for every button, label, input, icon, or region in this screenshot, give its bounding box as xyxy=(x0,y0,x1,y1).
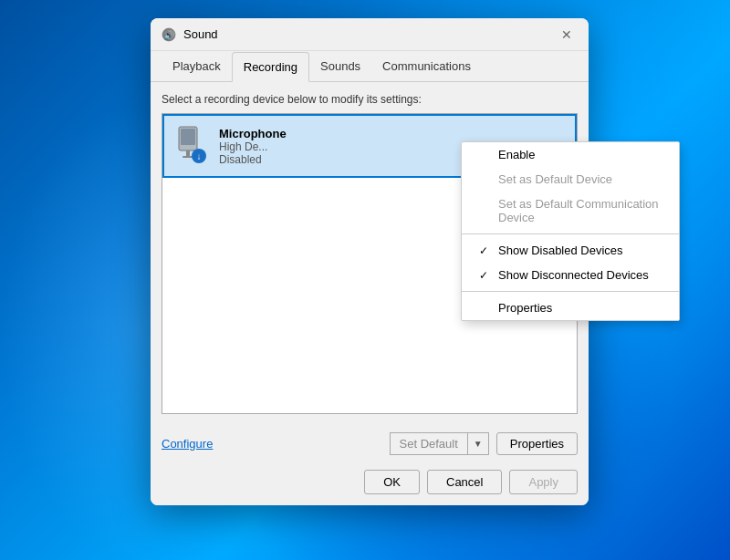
context-menu: Enable Set as Default Device Set as Defa… xyxy=(461,141,680,321)
svg-rect-3 xyxy=(181,129,195,145)
properties-button[interactable]: Properties xyxy=(496,432,578,455)
context-menu-item-enable[interactable]: Enable xyxy=(462,142,679,167)
ok-button[interactable]: OK xyxy=(364,470,420,494)
context-enable-label: Enable xyxy=(498,148,661,161)
title-bar: 🔊 Sound ✕ xyxy=(151,18,589,51)
bottom-row: Configure Set Default ▼ Properties xyxy=(151,425,589,462)
separator-1 xyxy=(462,233,679,234)
svg-text:🔊: 🔊 xyxy=(163,29,175,41)
context-menu-item-show-disconnected[interactable]: ✓ Show Disconnected Devices xyxy=(462,263,679,287)
separator-2 xyxy=(462,291,679,292)
close-button[interactable]: ✕ xyxy=(556,24,578,46)
tab-playback[interactable]: Playback xyxy=(162,52,232,82)
device-status: Disabled xyxy=(219,153,287,166)
svg-text:↓: ↓ xyxy=(197,151,202,161)
device-info: Microphone High De... Disabled xyxy=(219,127,287,166)
set-default-group: Set Default ▼ xyxy=(390,432,489,455)
context-set-default-label: Set as Default Device xyxy=(498,172,661,186)
context-show-disabled-label: Show Disabled Devices xyxy=(498,244,661,257)
set-default-arrow-button[interactable]: ▼ xyxy=(467,432,489,455)
microphone-icon: ↓ xyxy=(173,123,210,169)
context-menu-item-set-default-comm: Set as Default Communication Device xyxy=(462,192,679,230)
context-set-default-comm-label: Set as Default Communication Device xyxy=(498,197,661,224)
check-show-disconnected: ✓ xyxy=(476,269,491,282)
context-menu-item-properties[interactable]: Properties xyxy=(462,296,679,320)
context-menu-item-set-default: Set as Default Device xyxy=(462,167,679,192)
configure-link[interactable]: Configure xyxy=(162,437,213,451)
instruction-text: Select a recording device below to modif… xyxy=(162,93,578,106)
check-show-disabled: ✓ xyxy=(476,244,491,257)
tab-communications[interactable]: Communications xyxy=(371,52,482,82)
set-default-button[interactable]: Set Default xyxy=(390,432,467,455)
context-properties-label: Properties xyxy=(498,301,661,315)
final-buttons-row: OK Cancel Apply xyxy=(151,462,589,505)
tab-recording[interactable]: Recording xyxy=(232,52,309,82)
context-menu-item-show-disabled[interactable]: ✓ Show Disabled Devices xyxy=(462,238,679,263)
sound-icon: 🔊 xyxy=(162,27,176,42)
context-show-disconnected-label: Show Disconnected Devices xyxy=(498,268,661,282)
dialog-title: Sound xyxy=(183,27,556,41)
tab-bar: Playback Recording Sounds Communications xyxy=(151,51,589,82)
device-subname: High De... xyxy=(219,140,287,153)
cancel-button[interactable]: Cancel xyxy=(427,470,502,494)
device-name: Microphone xyxy=(219,127,287,140)
tab-sounds[interactable]: Sounds xyxy=(309,52,371,82)
apply-button[interactable]: Apply xyxy=(509,470,578,494)
svg-rect-4 xyxy=(186,150,190,156)
